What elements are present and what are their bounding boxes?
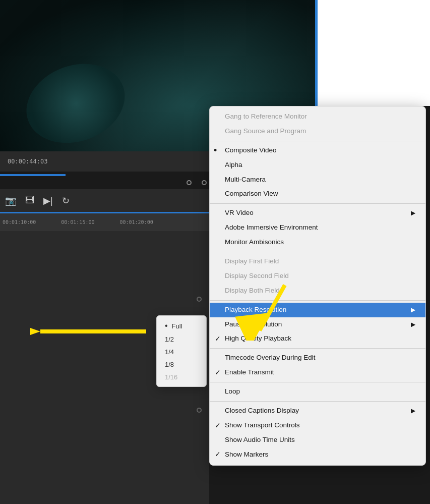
- separator-1: [210, 141, 425, 141]
- ruler-mark-1: 00:01:10:00: [3, 219, 36, 225]
- menu-label-display-first: Display First Field: [225, 257, 279, 266]
- menu-item-gang-src: Gang Source and Program: [210, 124, 425, 139]
- menu-item-closed-captions[interactable]: Closed Captions Display ▶: [210, 404, 425, 418]
- menu-item-alpha[interactable]: Alpha: [210, 158, 425, 173]
- menu-label-multicam: Multi-Camera: [225, 175, 266, 185]
- submenu-label-quarter: 1/4: [165, 348, 174, 356]
- submenu-label-full: Full: [172, 322, 182, 330]
- submenu-item-sixteenth: 1/16: [157, 371, 206, 383]
- blue-border-accent: [315, 0, 318, 106]
- menu-item-vr[interactable]: VR Video ▶: [210, 206, 425, 220]
- menu-label-loop: Loop: [225, 387, 240, 397]
- menu-item-timecode-overlay[interactable]: Timecode Overlay During Edit: [210, 351, 425, 365]
- menu-item-display-both: Display Both Fields: [210, 284, 425, 298]
- submenu-arrow-icon-captions: ▶: [411, 407, 415, 415]
- menu-label-gang-src: Gang Source and Program: [225, 127, 306, 136]
- ruler-mark-3: 00:01:20:00: [119, 219, 153, 225]
- menu-label-monitor-ambi: Monitor Ambisonics: [225, 238, 284, 247]
- menu-item-display-second: Display Second Field: [210, 269, 425, 284]
- menu-label-gang-ref: Gang to Reference Monitor: [225, 112, 307, 122]
- separator-2: [210, 203, 425, 204]
- menu-label-display-second: Display Second Field: [225, 271, 289, 281]
- camera-icon[interactable]: 📷: [5, 195, 16, 206]
- timecode-left: 00:00:44:03: [8, 158, 47, 165]
- menu-label-show-audio: Show Audio Time Units: [225, 435, 295, 445]
- menu-label-adobe-immersive: Adobe Immersive Environment: [225, 223, 318, 233]
- check-icon-show-transport: ✓: [215, 421, 221, 431]
- separator-6: [210, 382, 425, 382]
- menu-label-vr: VR Video: [225, 208, 254, 218]
- submenu-label-sixteenth: 1/16: [165, 373, 177, 381]
- submenu-arrow-icon-playback: ▶: [411, 306, 415, 314]
- ruler-mark-2: 00:01:15:00: [61, 219, 94, 225]
- scrubber-progress: [0, 174, 66, 176]
- loop-icon[interactable]: ↻: [62, 195, 70, 206]
- bullet-icon: •: [165, 321, 168, 330]
- context-menu[interactable]: Gang to Reference Monitor Gang Source an…: [209, 106, 426, 466]
- check-icon-show-markers: ✓: [215, 450, 221, 460]
- menu-item-enable-transmit[interactable]: ✓ Enable Transmit: [210, 365, 425, 380]
- menu-item-monitor-ambi[interactable]: Monitor Ambisonics: [210, 235, 425, 250]
- separator-7: [210, 401, 425, 402]
- menu-label-paused-res: Paused Resolution: [225, 320, 282, 329]
- submenu-arrow-icon-paused: ▶: [411, 320, 415, 329]
- menu-item-playback-res[interactable]: Playback Resolution ▶: [210, 303, 425, 317]
- menu-label-display-both: Display Both Fields: [225, 286, 283, 296]
- menu-item-multicam[interactable]: Multi-Camera: [210, 173, 425, 187]
- menu-label-composite: Composite Video: [225, 146, 277, 155]
- menu-item-loop[interactable]: Loop: [210, 384, 425, 399]
- right-panel: [318, 0, 430, 106]
- menu-item-paused-res[interactable]: Paused Resolution ▶: [210, 317, 425, 332]
- menu-label-show-transport: Show Transport Controls: [225, 421, 300, 430]
- menu-item-show-transport[interactable]: ✓ Show Transport Controls: [210, 418, 425, 433]
- menu-item-show-markers[interactable]: ✓ Show Markers: [210, 447, 425, 462]
- track-dot-3: [197, 408, 202, 413]
- submenu-item-full[interactable]: • Full: [157, 319, 206, 333]
- bullet-icon-composite: •: [214, 146, 217, 155]
- resolution-submenu[interactable]: • Full 1/2 1/4 1/8 1/16: [156, 315, 207, 387]
- menu-label-enable-transmit: Enable Transmit: [225, 368, 274, 377]
- submenu-arrow-icon-vr: ▶: [411, 209, 415, 217]
- check-icon-high-quality: ✓: [215, 334, 221, 344]
- transport-controls: 📷 🎞 ▶| ↻: [0, 189, 209, 212]
- scrubber-handle-left[interactable]: [187, 180, 192, 185]
- menu-label-alpha: Alpha: [225, 160, 242, 170]
- separator-5: [210, 348, 425, 349]
- menu-label-closed-captions: Closed Captions Display: [225, 406, 299, 416]
- track-dot-1: [197, 297, 202, 302]
- play-forward-icon[interactable]: ▶|: [43, 195, 53, 206]
- menu-item-comparison[interactable]: Comparison View: [210, 187, 425, 201]
- submenu-label-eighth: 1/8: [165, 361, 174, 368]
- submenu-label-half: 1/2: [165, 335, 174, 343]
- film-icon[interactable]: 🎞: [25, 195, 34, 206]
- menu-label-timecode-overlay: Timecode Overlay During Edit: [225, 353, 316, 363]
- menu-label-high-quality: High Quality Playback: [225, 334, 291, 344]
- menu-label-comparison: Comparison View: [225, 189, 278, 199]
- submenu-item-eighth[interactable]: 1/8: [157, 358, 206, 371]
- submenu-item-quarter[interactable]: 1/4: [157, 346, 206, 358]
- menu-item-composite[interactable]: • Composite Video: [210, 143, 425, 158]
- menu-item-show-audio[interactable]: Show Audio Time Units: [210, 433, 425, 447]
- menu-label-playback-res: Playback Resolution: [225, 305, 286, 315]
- scrubber-handle-right[interactable]: [202, 180, 207, 185]
- menu-item-gang-ref: Gang to Reference Monitor: [210, 109, 425, 124]
- check-icon-enable-transmit: ✓: [215, 368, 221, 378]
- menu-label-show-markers: Show Markers: [225, 450, 268, 460]
- separator-3: [210, 252, 425, 252]
- menu-item-high-quality[interactable]: ✓ High Quality Playback: [210, 331, 425, 346]
- separator-4: [210, 300, 425, 301]
- menu-item-display-first: Display First Field: [210, 254, 425, 269]
- timeline-ruler: 00:01:10:00 00:01:15:00 00:01:20:00: [0, 213, 209, 231]
- submenu-item-half[interactable]: 1/2: [157, 333, 206, 346]
- menu-item-adobe-immersive[interactable]: Adobe Immersive Environment: [210, 220, 425, 235]
